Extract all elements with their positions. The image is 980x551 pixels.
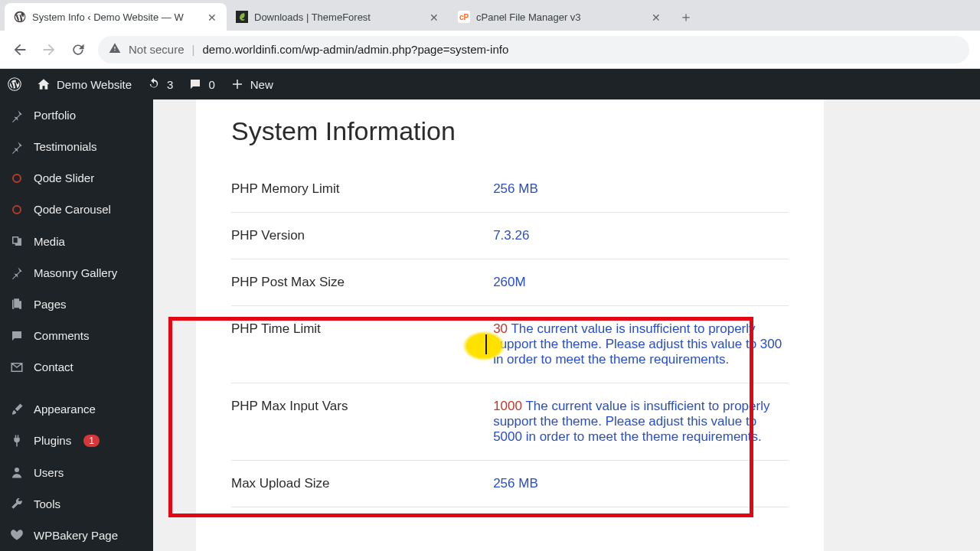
qode-icon [9, 171, 24, 186]
pin-icon [9, 108, 24, 123]
comment-icon [188, 77, 202, 91]
sidebar-item-wpbakery-page[interactable]: WPBakery Page [0, 520, 153, 551]
sidebar-item-masonry-gallery[interactable]: Masonry Gallery [0, 257, 153, 289]
svg-point-5 [15, 468, 19, 472]
sidebar-item-plugins[interactable]: Plugins1 [0, 425, 153, 456]
sidebar-item-media[interactable]: Media [0, 226, 153, 257]
insecure-label: Not secure [129, 43, 185, 56]
sidebar-item-label: Appearance [34, 403, 96, 416]
updates-link[interactable]: 3 [147, 77, 173, 91]
browser-tab[interactable]: Downloads | ThemeForest ✕ [227, 3, 449, 31]
wp-logo[interactable] [8, 77, 21, 91]
sidebar-item-label: Qode Slider [34, 171, 94, 184]
wordpress-icon [14, 11, 26, 23]
badge-count: 1 [83, 435, 100, 447]
new-link[interactable]: New [230, 77, 273, 91]
qode-icon [9, 202, 24, 217]
new-label: New [250, 78, 273, 91]
wp-sidebar: PortfolioTestimonialsQode SliderQode Car… [0, 99, 153, 551]
tab-title: System Info ‹ Demo Website — W [32, 11, 201, 23]
sidebar-item-label: Users [34, 466, 64, 479]
media-icon [9, 233, 24, 249]
sidebar-item-label: Media [34, 235, 65, 248]
table-row: PHP Post Max Size260M [231, 259, 789, 306]
info-table: PHP Memory Limit256 MBPHP Version7.3.26P… [231, 166, 789, 507]
sidebar-item-pages[interactable]: Pages [0, 289, 153, 320]
table-row: PHP Version7.3.26 [231, 213, 789, 259]
comments-count: 0 [208, 78, 214, 91]
sidebar-item-qode-slider[interactable]: Qode Slider [0, 162, 153, 194]
svg-text:cP: cP [459, 13, 469, 21]
row-label: PHP Post Max Size [231, 259, 493, 306]
updates-icon [147, 77, 161, 91]
sidebar-item-label: Plugins [34, 434, 71, 447]
content-area: System Information PHP Memory Limit256 M… [153, 99, 980, 551]
forward-button[interactable] [40, 41, 58, 59]
tab-title: cPanel File Manager v3 [476, 11, 645, 23]
user-icon [9, 465, 24, 480]
row-value: 256 MB [493, 461, 789, 507]
row-value: 256 MB [493, 166, 789, 213]
close-icon[interactable]: ✕ [651, 11, 662, 22]
comment-icon [9, 328, 24, 344]
row-value: 1000 The current value is insufficient t… [493, 383, 789, 461]
wp-admin-bar: Demo Website 3 0 New [0, 69, 980, 99]
sidebar-item-portfolio[interactable]: Portfolio [0, 99, 153, 131]
table-row: PHP Time Limit30 The current value is in… [231, 306, 789, 383]
sidebar-item-qode-carousel[interactable]: Qode Carousel [0, 194, 153, 225]
sidebar-item-label: Qode Carousel [34, 203, 111, 216]
envato-icon [236, 11, 248, 23]
sidebar-item-label: WPBakery Page [34, 529, 118, 542]
browser-toolbar: Not secure | demo.worldinfi.com/wp-admin… [0, 31, 980, 69]
sidebar-item-comments[interactable]: Comments [0, 320, 153, 351]
new-tab-button[interactable]: ＋ [675, 6, 697, 28]
table-row: PHP Max Input Vars1000 The current value… [231, 383, 789, 461]
url-text: demo.worldinfi.com/wp-admin/admin.php?pa… [202, 43, 508, 56]
browser-tab[interactable]: cP cPanel File Manager v3 ✕ [449, 3, 671, 31]
tab-title: Downloads | ThemeForest [254, 11, 423, 23]
table-row: Max Upload Size256 MB [231, 461, 789, 507]
browser-tab[interactable]: System Info ‹ Demo Website — W ✕ [5, 3, 227, 31]
plug-icon [9, 433, 24, 448]
reload-button[interactable] [69, 41, 87, 59]
row-value: 30 The current value is insufficient to … [493, 306, 789, 383]
wrench-icon [9, 496, 24, 511]
sidebar-item-label: Comments [34, 329, 90, 342]
back-button[interactable] [11, 41, 29, 59]
browser-tabbar: System Info ‹ Demo Website — W ✕ Downloa… [0, 0, 980, 31]
row-label: PHP Max Input Vars [231, 383, 493, 461]
heart-icon [9, 527, 24, 543]
mail-icon [9, 360, 24, 375]
table-row: PHP Memory Limit256 MB [231, 166, 789, 213]
page-icon [9, 296, 24, 311]
sidebar-item-label: Testimonials [34, 140, 97, 153]
sidebar-item-label: Masonry Gallery [34, 266, 117, 279]
row-value: 7.3.26 [493, 213, 789, 259]
row-label: PHP Version [231, 213, 493, 259]
row-value: 260M [493, 259, 789, 306]
site-link[interactable]: Demo Website [37, 77, 132, 91]
updates-count: 3 [167, 78, 173, 91]
sidebar-item-users[interactable]: Users [0, 457, 153, 488]
close-icon[interactable]: ✕ [207, 11, 217, 22]
pin-icon [9, 265, 24, 280]
site-name: Demo Website [57, 78, 132, 91]
wordpress-icon [8, 77, 21, 91]
sidebar-item-label: Portfolio [34, 109, 76, 122]
sidebar-item-label: Tools [34, 497, 60, 510]
brush-icon [9, 402, 24, 417]
sidebar-item-label: Pages [34, 298, 67, 311]
insecure-icon [109, 42, 121, 57]
sidebar-item-appearance[interactable]: Appearance [0, 393, 153, 425]
sidebar-item-label: Contact [34, 360, 74, 373]
sidebar-item-tools[interactable]: Tools [0, 488, 153, 520]
row-label: PHP Memory Limit [231, 166, 493, 213]
row-label: PHP Time Limit [231, 306, 493, 383]
sidebar-item-contact[interactable]: Contact [0, 351, 153, 383]
close-icon[interactable]: ✕ [429, 11, 439, 22]
home-icon [37, 77, 51, 91]
separator: | [192, 43, 195, 56]
comments-link[interactable]: 0 [188, 77, 214, 91]
sidebar-item-testimonials[interactable]: Testimonials [0, 131, 153, 162]
address-bar[interactable]: Not secure | demo.worldinfi.com/wp-admin… [98, 36, 969, 64]
